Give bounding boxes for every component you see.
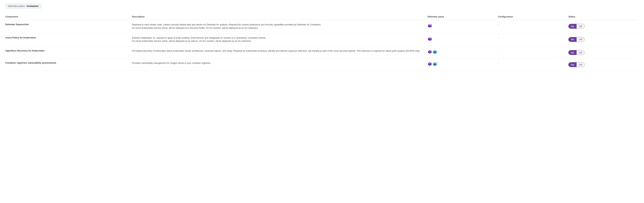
- description-azure-policy-kubernetes: Extends Gatekeeper v3, required to apply…: [132, 33, 428, 46]
- table-row: Container registries vulnerability asses…: [5, 58, 639, 70]
- breadcrumb-prefix: Defenders plans :: [8, 5, 26, 7]
- table-row: Defender DaemonSetDeployed to each worke…: [5, 20, 639, 33]
- description-container-registries-vulnerability: Provides vulnerability management for im…: [132, 58, 428, 70]
- configuration-azure-policy-kubernetes: -: [498, 33, 568, 46]
- table-row: Azure Policy for KubernetesExtends Gatek…: [5, 33, 639, 46]
- toggle-container-defender-daemonset: On Off: [568, 24, 636, 29]
- breadcrumb-current: Containers: [27, 5, 39, 7]
- status-toggle-defender-daemonset[interactable]: On Off: [568, 24, 585, 29]
- col-header-component: Component: [5, 13, 132, 20]
- component-name-defender-daemonset: Defender DaemonSet: [5, 20, 132, 33]
- col-header-configuration: Configuration: [498, 13, 568, 20]
- toggle-container-azure-policy-kubernetes: On Off: [568, 37, 636, 42]
- toggle-on-defender-daemonset[interactable]: On: [568, 24, 576, 28]
- svg-point-4: [430, 24, 430, 25]
- svg-point-9: [430, 38, 430, 39]
- toggle-on-agentless-discovery-kubernetes[interactable]: On: [568, 50, 576, 55]
- defender-plan-icon-agentless-discovery-kubernetes: [428, 46, 498, 58]
- toggle-off-agentless-discovery-kubernetes[interactable]: Off: [576, 50, 584, 55]
- toggle-off-azure-policy-kubernetes[interactable]: Off: [576, 37, 584, 42]
- configuration-agentless-discovery-kubernetes: -: [498, 46, 568, 58]
- component-name-azure-policy-kubernetes: Azure Policy for Kubernetes: [5, 33, 132, 46]
- status-toggle-azure-policy-kubernetes[interactable]: On Off: [568, 37, 585, 42]
- table-row: Agentless discovery for KubernetesAPI-ba…: [5, 46, 639, 58]
- defender-plan-icon-container-registries-vulnerability: [428, 58, 498, 70]
- description-defender-daemonset: Deployed to each worker node, collects s…: [132, 20, 428, 33]
- toggle-on-azure-policy-kubernetes[interactable]: On: [568, 37, 576, 42]
- defender-plan-icon-defender-daemonset: [428, 20, 498, 33]
- table-header-row: Component Description Defender plans Con…: [5, 13, 639, 20]
- configuration-container-registries-vulnerability: -: [498, 58, 568, 70]
- status-container-registries-vulnerability: On Off: [568, 58, 639, 70]
- component-name-container-registries-vulnerability: Container registries vulnerability asses…: [5, 58, 132, 70]
- toggle-off-defender-daemonset[interactable]: Off: [576, 24, 584, 28]
- status-agentless-discovery-kubernetes: On Off: [568, 46, 639, 58]
- status-toggle-container-registries-vulnerability[interactable]: On Off: [568, 62, 585, 67]
- components-table: Component Description Defender plans Con…: [5, 13, 639, 70]
- toggle-on-container-registries-vulnerability[interactable]: On: [568, 62, 576, 67]
- col-header-status: Status: [568, 13, 639, 20]
- defender-plan-icon-azure-policy-kubernetes: [428, 33, 498, 46]
- col-header-defender-plans: Defender plans: [428, 13, 498, 20]
- configuration-defender-daemonset: -: [498, 20, 568, 33]
- toggle-container-container-registries-vulnerability: On Off: [568, 62, 636, 67]
- status-azure-policy-kubernetes: On Off: [568, 33, 639, 46]
- breadcrumb: Defenders plans : Containers: [5, 3, 41, 9]
- toggle-off-container-registries-vulnerability[interactable]: Off: [576, 62, 584, 67]
- component-name-agentless-discovery-kubernetes: Agentless discovery for Kubernetes: [5, 46, 132, 58]
- status-defender-daemonset: On Off: [568, 20, 639, 33]
- description-agentless-discovery-kubernetes: API-based discovery of information about…: [132, 46, 428, 58]
- toggle-container-agentless-discovery-kubernetes: On Off: [568, 50, 636, 55]
- col-header-description: Description: [132, 13, 428, 20]
- status-toggle-agentless-discovery-kubernetes[interactable]: On Off: [568, 50, 585, 55]
